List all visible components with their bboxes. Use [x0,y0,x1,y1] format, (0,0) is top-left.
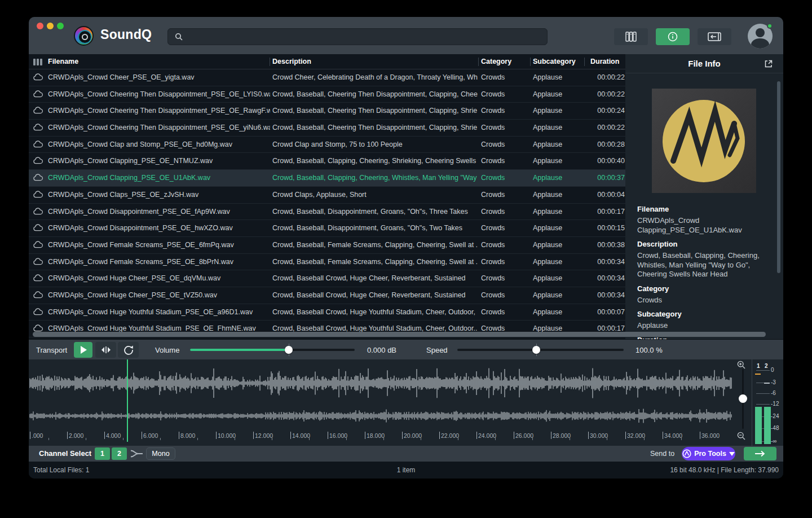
channel-1-button[interactable]: 1 [95,447,110,460]
cloud-icon[interactable] [33,220,47,231]
cloud-icon[interactable] [33,321,47,332]
table-row[interactable]: CRWDApls_Crowd Huge Cheer_PSE_OE_tVZ50.w… [29,287,625,304]
loop-button[interactable] [118,342,139,358]
cloud-icon[interactable] [33,237,47,248]
cloud-icon[interactable] [33,270,47,282]
cloud-icon[interactable] [33,304,47,315]
send-button[interactable] [744,447,776,460]
header-description[interactable]: Description [272,54,311,69]
zoom-slider-thumb[interactable] [739,394,747,403]
cloud-icon[interactable] [33,137,47,148]
waveform-display[interactable] [29,359,734,431]
scrub-button[interactable] [95,342,116,358]
row-filename: CRWDApls_Crowd Disappointment_PSE_OE_hwX… [48,220,270,236]
timeline-ruler[interactable]: .0002.0004.0006.0008.00010.00012.00014.0… [29,431,734,443]
row-duration: 00:00:38 [587,237,625,253]
cloud-icon[interactable] [33,69,47,81]
channel-bar: Channel Select 1 2 Mono Send to Pro Tool… [29,446,783,462]
ruler-label: .000 [32,432,43,439]
field-label-subcategory: Subcategory [637,309,774,319]
search-bar[interactable] [167,28,548,45]
speed-slider-thumb[interactable] [532,346,540,354]
header-category[interactable]: Category [481,54,511,69]
row-duration: 00:00:07 [587,304,625,321]
row-duration: 00:00:04 [587,187,625,203]
table-row[interactable]: CRWDApls_Crowd Female Screams_PSE_OE_8bP… [29,254,625,271]
table-row[interactable]: CRWDApls_Crowd Cheering Then Disappointm… [29,103,625,120]
table-row[interactable]: CRWDApls_Crowd Clap and Stomp_PSE_OE_hd0… [29,137,625,153]
column-chooser-icon[interactable] [33,59,42,65]
minimize-window-button[interactable] [47,23,54,29]
meter-scale-label: -∞ [771,438,783,444]
row-duration: 00:00:37 [587,170,625,186]
file-format-info: 16 bit 48.0 kHz | File Length: 37.990 [670,466,779,474]
table-row[interactable]: CRWDApls_Crowd Disappointment_PSE_OE_fAp… [29,204,625,221]
zoom-window-button[interactable] [57,23,64,29]
table-row[interactable]: CRWDApls_Crowd Cheering Then Disappointm… [29,86,625,103]
row-filename: CRWDApls_Crowd Huge Youthful Stadium_PSE… [48,304,270,321]
table-row[interactable]: CRWDApls_Crowd Female Screams_PSE_OE_6fm… [29,237,625,254]
table-row[interactable]: CRWDApls_Crowd Huge Youthful Stadium_PSE… [29,304,625,321]
table-horizontal-scrollbar[interactable] [33,332,766,337]
row-category: Crowds [481,237,531,253]
cloud-icon[interactable] [33,254,47,265]
channel-select-label: Channel Select [39,449,91,458]
waveform-area[interactable]: .0002.0004.0006.0008.00010.00012.00014.0… [29,359,783,446]
file-info-toggle-button[interactable] [656,28,690,45]
row-category: Crowds [481,137,531,153]
volume-slider[interactable] [190,349,355,351]
field-label-filename: Filename [637,204,774,214]
table-row[interactable]: CRWDApls_Crowd Claps_PSE_OE_zJvSH.wav Cr… [29,187,625,204]
header-filename[interactable]: Filename [48,54,78,69]
cloud-icon[interactable] [33,86,47,98]
collapse-panel-button[interactable] [698,28,731,45]
ruler-label: 26.000 [515,432,533,439]
meter-bar-ch1 [755,407,762,444]
row-description: Crowd, Baseball Crowd, Huge Cheer, Rever… [272,287,478,304]
speed-slider[interactable] [457,349,624,351]
library-view-button[interactable] [614,28,648,45]
ruler-label: 8.000 [180,432,195,439]
row-description: Crowd, Baseball, Cheering Then Disappoin… [272,120,478,136]
zoom-out-button[interactable] [737,432,745,440]
cloud-icon[interactable] [33,153,47,164]
row-filename: CRWDApls_Crowd Female Screams_PSE_OE_8bP… [48,254,270,270]
meter-bar-ch2 [764,407,771,444]
row-description: Crowd, Baseball, Female Screams, Clappin… [272,237,478,253]
field-label-category: Category [637,284,774,294]
header-subcategory[interactable]: Subcategory [533,54,576,69]
info-icon [668,32,678,42]
cloud-icon[interactable] [33,287,47,298]
online-status-dot [767,23,773,29]
send-target-dropdown[interactable]: Pro Tools [682,447,735,460]
panel-scrollbar[interactable] [777,81,780,273]
volume-label: Volume [155,346,179,354]
search-input[interactable] [187,32,526,42]
mono-button[interactable]: Mono [146,447,175,460]
row-subcategory: Applause [533,153,585,169]
app-name: SoundQ [100,27,152,42]
cloud-icon[interactable] [33,103,47,114]
cloud-icon[interactable] [33,120,47,131]
ruler-label: 16.000 [329,432,347,439]
cloud-icon[interactable] [33,170,47,181]
table-row[interactable]: CRWDApls_Crowd Cheering Then Disappointm… [29,120,625,137]
channel-2-button[interactable]: 2 [112,447,127,460]
header-duration[interactable]: Duration [590,54,619,69]
table-row[interactable]: CRWDApls_Crowd Clapping_PSE_OE_U1AbK.wav… [29,170,625,187]
playhead-cursor[interactable] [127,359,128,442]
send-to-label: Send to [650,450,674,458]
volume-slider-thumb[interactable] [285,346,293,354]
zoom-in-button[interactable] [737,361,745,369]
close-window-button[interactable] [37,23,43,29]
ruler-label: 32.000 [627,432,645,439]
cloud-icon[interactable] [33,187,47,198]
table-row[interactable]: CRWDApls_Crowd Clapping_PSE_OE_NTMUZ.wav… [29,153,625,170]
cloud-icon[interactable] [33,204,47,215]
table-row[interactable]: CRWDApls_Crowd Cheer_PSE_OE_yigta.wav Cr… [29,69,625,86]
open-external-button[interactable] [764,59,773,68]
ruler-label: 30.000 [590,432,608,439]
table-row[interactable]: CRWDApls_Crowd Huge Cheer_PSE_OE_dqVMu.w… [29,270,625,287]
play-button[interactable] [74,342,92,358]
table-row[interactable]: CRWDApls_Crowd Disappointment_PSE_OE_hwX… [29,220,625,237]
